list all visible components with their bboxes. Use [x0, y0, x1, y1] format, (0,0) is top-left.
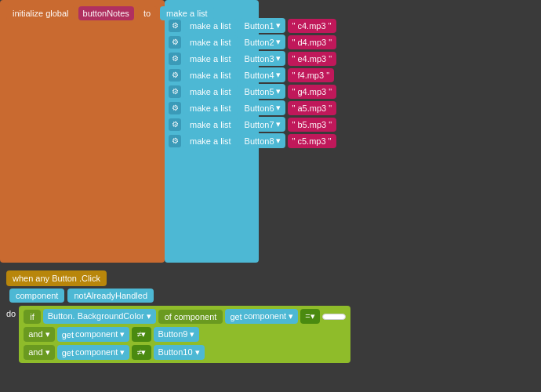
- button7-block[interactable]: Button7 ▾: [240, 117, 285, 132]
- note8-block[interactable]: " c5.mp3 ": [288, 134, 336, 148]
- and-row-1: and ▾ get component ▾ ≠▾ Button9 ▾: [24, 327, 345, 342]
- gear-icon-4[interactable]: ⚙: [169, 69, 181, 82]
- eq-block[interactable]: =▾: [300, 309, 319, 324]
- do-label: do: [6, 309, 16, 318]
- list-row-7: ⚙ make a list Button7 ▾ " b5.mp3 ": [169, 117, 336, 132]
- note1-block[interactable]: " c4.mp3 ": [288, 19, 336, 33]
- of-component-label: of component: [158, 310, 223, 324]
- note5-block[interactable]: " g4.mp3 ": [288, 85, 337, 99]
- make-list-6[interactable]: make a list: [183, 101, 238, 115]
- make-list-8[interactable]: make a list: [183, 134, 238, 148]
- var-name-label: buttonNotes: [83, 9, 129, 18]
- get-component-block1[interactable]: get component ▾: [225, 309, 298, 324]
- get-component-block2[interactable]: get component ▾: [57, 327, 130, 342]
- make-list-3[interactable]: make a list: [183, 52, 238, 66]
- and-block-1[interactable]: and ▾: [24, 327, 54, 342]
- make-list-2[interactable]: make a list: [183, 35, 238, 49]
- neq-block-1[interactable]: ≠▾: [132, 327, 151, 342]
- component-var3: component ▾: [75, 347, 125, 358]
- gear-icon-3[interactable]: ⚙: [169, 53, 181, 65]
- get-label2: get: [62, 330, 74, 339]
- neq-block-2[interactable]: ≠▾: [132, 345, 151, 360]
- make-list-5[interactable]: make a list: [183, 85, 238, 99]
- note2-block[interactable]: " d4.mp3 ": [288, 35, 337, 49]
- list-row-3: ⚙ make a list Button3 ▾ " e4.mp3 ": [169, 51, 336, 66]
- if-block-container: if Button. BackgroundColor ▾ of componen…: [19, 306, 350, 363]
- button10-block[interactable]: Button10 ▾: [154, 345, 205, 360]
- var-name-block[interactable]: buttonNotes: [78, 6, 134, 20]
- not-handled-param[interactable]: notAlreadyHandled: [67, 289, 154, 303]
- white-block: [322, 314, 346, 320]
- button5-block[interactable]: Button5 ▾: [240, 84, 285, 99]
- and-block-2[interactable]: and ▾: [24, 345, 54, 360]
- to-label: to: [137, 6, 157, 20]
- button6-block[interactable]: Button6 ▾: [240, 100, 285, 115]
- list-row-2: ⚙ make a list Button2 ▾ " d4.mp3 ": [169, 34, 336, 49]
- button2-block[interactable]: Button2 ▾: [240, 34, 285, 49]
- note7-block[interactable]: " b5.mp3 ": [288, 118, 337, 132]
- list-row-1: ⚙ make a list Button1 ▾ " c4.mp3 ": [169, 18, 336, 33]
- component-var1: component ▾: [244, 311, 293, 321]
- do-section: do if Button. BackgroundColor ▾ of compo…: [6, 306, 350, 363]
- get-component-block3[interactable]: get component ▾: [57, 345, 130, 360]
- component-var2: component ▾: [75, 329, 125, 339]
- gear-icon-2[interactable]: ⚙: [169, 36, 181, 49]
- and-label1: and ▾: [28, 329, 49, 339]
- if-label[interactable]: if: [24, 310, 41, 324]
- gear-icon-6[interactable]: ⚙: [169, 102, 181, 114]
- button1-block[interactable]: Button1 ▾: [240, 18, 285, 33]
- make-list-1[interactable]: make a list: [183, 19, 238, 33]
- button4-block[interactable]: Button4 ▾: [240, 67, 285, 82]
- note3-block[interactable]: " e4.mp3 ": [288, 52, 337, 66]
- init-label: initialize global: [6, 6, 75, 20]
- main-canvas: initialize global buttonNotes to make a …: [0, 0, 541, 392]
- gear-icon-1[interactable]: ⚙: [169, 20, 181, 32]
- get-label3: get: [62, 348, 74, 358]
- list-row-6: ⚙ make a list Button6 ▾ " a5.mp3 ": [169, 100, 336, 115]
- make-list-7[interactable]: make a list: [183, 118, 238, 132]
- button-property-block[interactable]: Button. BackgroundColor ▾: [43, 309, 156, 324]
- get-label1: get: [230, 312, 241, 321]
- orange-panel: [0, 0, 165, 263]
- button-property-label: Button. BackgroundColor ▾: [48, 311, 151, 321]
- button9-block[interactable]: Button9 ▾: [154, 327, 200, 342]
- gear-icon-8[interactable]: ⚙: [169, 135, 181, 147]
- list-row-4: ⚙ make a list Button4 ▾ " f4.mp3 ": [169, 67, 336, 82]
- gear-icon-5[interactable]: ⚙: [169, 85, 181, 98]
- make-list-4[interactable]: make a list: [183, 68, 238, 82]
- button3-block[interactable]: Button3 ▾: [240, 51, 285, 66]
- event-params: component notAlreadyHandled: [9, 289, 350, 303]
- and-row-2: and ▾ get component ▾ ≠▾ Button10 ▾: [24, 345, 345, 360]
- list-row-8: ⚙ make a list Button8 ▾ " c5.mp3 ": [169, 133, 336, 148]
- when-block[interactable]: when any Button .Click: [6, 270, 107, 286]
- button9-label: Button9 ▾: [158, 329, 195, 339]
- if-row: if Button. BackgroundColor ▾ of componen…: [24, 309, 345, 324]
- note4-block[interactable]: " f4.mp3 ": [288, 68, 335, 82]
- and-label2: and ▾: [28, 347, 49, 358]
- component-param[interactable]: component: [9, 289, 64, 303]
- button8-block[interactable]: Button8 ▾: [240, 133, 285, 148]
- note6-block[interactable]: " a5.mp3 ": [288, 101, 337, 115]
- event-section: when any Button .Click component notAlre…: [6, 270, 350, 363]
- when-label: when any Button .Click: [13, 274, 100, 283]
- list-row-5: ⚙ make a list Button5 ▾ " g4.mp3 ": [169, 84, 336, 99]
- button10-label: Button10 ▾: [158, 347, 200, 358]
- gear-icon-7[interactable]: ⚙: [169, 118, 181, 131]
- list-rows-container: ⚙ make a list Button1 ▾ " c4.mp3 " ⚙ mak…: [169, 4, 336, 148]
